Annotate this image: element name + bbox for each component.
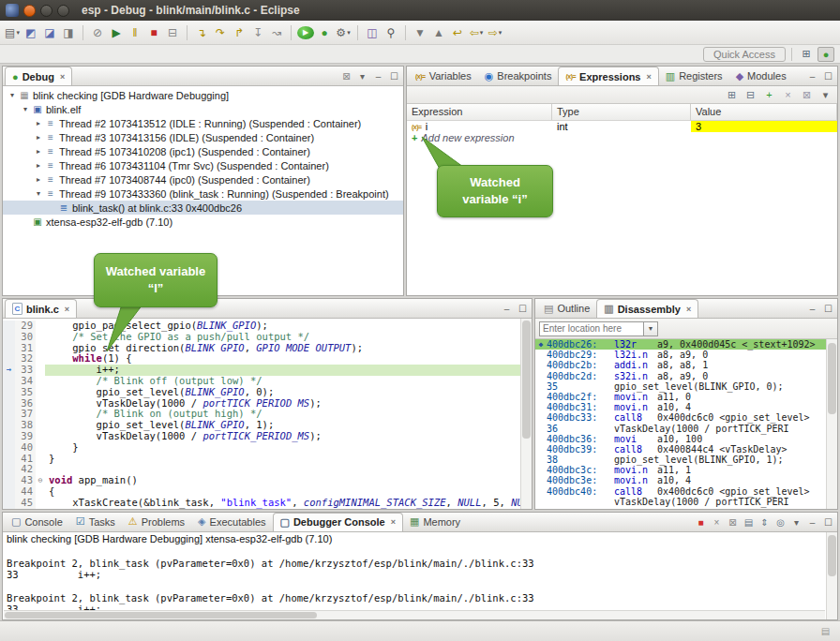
tree-item[interactable]: ▸≡Thread #3 1073413156 (IDLE) (Suspended… [3, 130, 403, 144]
step-into-icon[interactable]: ↴ [193, 24, 210, 41]
close-tab-icon[interactable]: × [646, 72, 651, 82]
minimize-icon[interactable]: – [805, 302, 819, 316]
print-icon[interactable]: ◨ [60, 24, 77, 41]
last-edit-location-icon[interactable]: ↩ [449, 24, 466, 41]
resume-icon[interactable]: ▶ [108, 24, 125, 41]
maximize-button[interactable] [57, 5, 69, 17]
collapse-all-icon[interactable]: ⊟ [742, 87, 758, 102]
expression-value-cell[interactable]: 3 [691, 121, 837, 132]
disassembly-row[interactable]: 400dbc2d:s32i.na8, a9, 0 [535, 371, 837, 381]
disconnect-icon[interactable]: ⊟ [164, 24, 181, 41]
terminate-icon[interactable]: ■ [694, 515, 708, 529]
pin-console-icon[interactable]: ◎ [773, 515, 788, 529]
code-editor-content[interactable]: 29 gpio_pad_select_gpio(BLINK_GPIO);30 /… [3, 319, 532, 509]
view-menu-icon[interactable]: ▾ [818, 87, 833, 102]
add-expression-row[interactable]: + Add new expression [407, 132, 837, 143]
search-icon[interactable]: ⚲ [382, 24, 399, 41]
tab-variables[interactable]: (x)=Variables [409, 67, 478, 85]
tree-item[interactable]: ▸≡Thread #2 1073413512 (IDLE : Running) … [3, 116, 403, 130]
location-dropdown-icon[interactable]: ▼ [644, 321, 658, 336]
chevron-right-icon[interactable]: ▸ [33, 175, 44, 184]
maximize-icon[interactable]: ☐ [821, 302, 835, 316]
terminate-icon[interactable]: ■ [145, 24, 162, 41]
add-expression-icon[interactable]: + [761, 87, 777, 102]
scrollbar-thumb[interactable] [828, 535, 836, 577]
chevron-right-icon[interactable]: ▸ [33, 161, 44, 170]
tree-item[interactable]: ▸≡Thread #7 1073408744 (ipc0) (Suspended… [3, 172, 403, 186]
tab-disassembly[interactable]: ▥Disassembly× [596, 299, 698, 318]
tab-debug[interactable]: ●Debug× [5, 67, 72, 85]
drop-to-frame-icon[interactable]: ↧ [249, 24, 266, 41]
column-header-type[interactable]: Type [552, 104, 691, 120]
scrollbar-thumb[interactable] [828, 343, 836, 414]
status-area-icon[interactable]: ▤ [818, 624, 832, 638]
skip-all-breakpoints-icon[interactable]: ⊘ [89, 24, 106, 41]
minimize-icon[interactable]: – [805, 515, 819, 529]
open-perspective-icon[interactable]: ⊞ [798, 47, 815, 62]
disassembly-row[interactable]: 400dbc3c:movi.na11, 1 [535, 465, 837, 475]
disassembly-row[interactable]: 400dbc2f:movi.na11, 0 [535, 392, 837, 402]
console-vertical-scrollbar[interactable] [826, 532, 837, 619]
expression-row[interactable]: (x)= i int 3 [407, 121, 837, 132]
minimize-icon[interactable]: – [371, 69, 385, 83]
disassembly-row[interactable]: 400dbc33:call80x400dc6c0 <gpio_set_level… [535, 412, 837, 423]
scroll-lock-icon[interactable]: ⇕ [758, 515, 772, 529]
tab-executables[interactable]: ◈Executables [191, 513, 272, 531]
remove-expression-icon[interactable]: × [780, 87, 796, 102]
remove-all-terminated-icon[interactable]: ⊠ [339, 69, 353, 83]
disassembly-row[interactable]: 400dbc39:call80x400844c4 <vTaskDelay> [535, 444, 837, 455]
tab-registers[interactable]: ▥Registers [659, 67, 729, 85]
save-all-icon[interactable]: ◪ [41, 24, 58, 41]
chevron-down-icon[interactable]: ▾ [7, 91, 18, 99]
disassembly-vertical-scrollbar[interactable] [826, 339, 837, 509]
chevron-down-icon[interactable]: ▾ [33, 189, 44, 198]
maximize-icon[interactable]: ☐ [387, 69, 401, 83]
close-button[interactable] [23, 5, 36, 17]
maximize-icon[interactable]: ☐ [821, 69, 835, 83]
titlebar[interactable]: esp - Debug - blink/main/blink.c - Eclip… [0, 0, 840, 21]
forward-icon[interactable]: ⇨▾ [487, 24, 503, 41]
editor-vertical-scrollbar[interactable] [520, 319, 532, 509]
minimize-icon[interactable]: – [805, 69, 819, 83]
location-input[interactable] [539, 321, 644, 336]
instruction-stepping-icon[interactable]: ↝ [268, 24, 285, 41]
view-menu-icon[interactable]: ▾ [355, 69, 369, 83]
debug-perspective-icon[interactable]: ● [818, 47, 834, 62]
show-type-names-icon[interactable]: ⊞ [724, 87, 740, 102]
minimize-icon[interactable]: – [500, 302, 514, 316]
display-console-menu-icon[interactable]: ▾ [789, 515, 803, 529]
save-icon[interactable]: ◩ [22, 24, 39, 41]
quick-access-button[interactable]: Quick Access [703, 47, 786, 62]
tree-item[interactable]: ▣xtensa-esp32-elf-gdb (7.10) [3, 215, 403, 229]
close-tab-icon[interactable]: × [391, 517, 396, 527]
close-tab-icon[interactable]: × [686, 305, 691, 314]
tree-item[interactable]: ▸≡Thread #6 1073431104 (Tmr Svc) (Suspen… [3, 158, 403, 172]
back-icon[interactable]: ⇦▾ [468, 24, 485, 41]
debug-icon[interactable]: ● [316, 24, 333, 41]
chevron-right-icon[interactable]: ▸ [33, 119, 44, 127]
console-output[interactable]: Breakpoint 2, blink_task (pvParameter=0x… [3, 546, 837, 619]
disassembly-row[interactable]: 400dbc3e:movi.na10, 4 [535, 475, 837, 485]
tab-tasks[interactable]: ☑Tasks [69, 513, 122, 531]
disassembly-row[interactable]: 400dbc40:call80x400dc6c0 <gpio_set_level… [535, 486, 837, 497]
fold-collapse-icon[interactable]: ⊖ [36, 475, 45, 486]
chevron-down-icon[interactable]: ▾ [20, 105, 31, 113]
disassembly-row[interactable]: 400dbc31:movi.na10, 4 [535, 402, 837, 412]
previous-annotation-icon[interactable]: ▲ [430, 24, 447, 41]
disassembly-row[interactable]: 35gpio_set_level(BLINK_GPIO, 0); [535, 381, 837, 392]
tab-problems[interactable]: ⚠Problems [122, 513, 191, 531]
clear-console-icon[interactable]: ▤ [742, 515, 756, 529]
tab-debugger-console[interactable]: ▢Debugger Console× [273, 513, 403, 531]
step-over-icon[interactable]: ↷ [212, 24, 229, 41]
new-project-icon[interactable]: ◫ [364, 24, 381, 41]
expression-name-cell[interactable]: (x)= i [407, 121, 552, 132]
column-header-value[interactable]: Value [691, 104, 837, 120]
disassembly-row[interactable]: vTaskDelay(1000 / portTICK_PERI [535, 497, 837, 507]
scrollbar-thumb[interactable] [522, 320, 531, 439]
tree-item[interactable]: ▾≡Thread #9 1073433360 (blink_task : Run… [3, 186, 403, 201]
disassembly-row[interactable]: 36vTaskDelay(1000 / portTICK_PERI [535, 424, 837, 434]
chevron-right-icon[interactable]: ▸ [33, 133, 44, 142]
close-tab-icon[interactable]: × [65, 305, 69, 314]
column-header-expression[interactable]: Expression [407, 104, 552, 120]
remove-all-expressions-icon[interactable]: ⊠ [799, 87, 815, 102]
